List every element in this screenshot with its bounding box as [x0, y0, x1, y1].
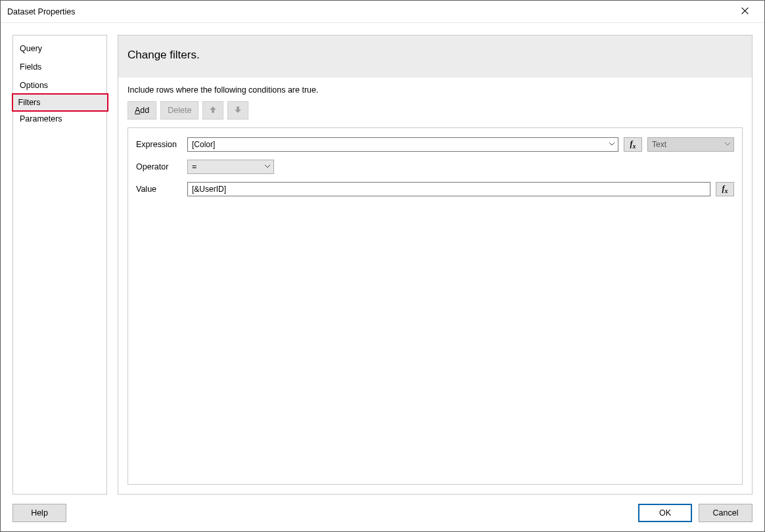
sidebar-item-label: Parameters [20, 114, 62, 123]
sidebar-item-label: Query [20, 44, 42, 53]
arrow-down-icon [234, 106, 242, 116]
value-input[interactable] [187, 182, 710, 196]
operator-row: Operator = [136, 160, 734, 174]
sidebar-item-fields[interactable]: Fields [13, 58, 106, 76]
cancel-label: Cancel [713, 508, 739, 518]
move-down-button[interactable] [227, 101, 248, 120]
expression-combo[interactable]: [Color] [187, 137, 618, 152]
datatype-value: Text [652, 140, 666, 149]
delete-button[interactable]: Delete [160, 101, 198, 120]
fx-label: fx [722, 184, 728, 194]
value-label: Value [136, 185, 182, 194]
add-button[interactable]: Add [128, 101, 156, 120]
help-button[interactable]: Help [12, 504, 66, 522]
value-fx-button[interactable]: fx [716, 182, 734, 196]
cancel-button[interactable]: Cancel [699, 504, 753, 522]
datatype-combo[interactable]: Text [647, 137, 734, 152]
chevron-down-icon [609, 140, 615, 149]
filter-form-panel: Expression [Color] fx Text [128, 127, 743, 485]
expression-value: [Color] [192, 140, 215, 149]
sidebar-item-label: Options [20, 81, 48, 90]
sidebar-item-label: Filters [18, 98, 41, 107]
content-heading: Change filters. [118, 35, 752, 78]
main-row: Query Fields Options Filters Parameters … [12, 35, 753, 495]
sidebar-item-parameters[interactable]: Parameters [13, 110, 106, 128]
title-bar: Dataset Properties [1, 1, 764, 23]
content-body: Include rows where the following conditi… [118, 78, 752, 494]
expression-label: Expression [136, 140, 182, 149]
sidebar-item-query[interactable]: Query [13, 39, 106, 58]
dialog-window: Dataset Properties Query Fields Options … [0, 0, 765, 532]
value-row: Value fx [136, 182, 734, 196]
expression-fx-button[interactable]: fx [624, 137, 642, 152]
chevron-down-icon [724, 140, 731, 149]
instruction-text: Include rows where the following conditi… [128, 85, 743, 95]
expression-row: Expression [Color] fx Text [136, 137, 734, 152]
move-up-button[interactable] [202, 101, 223, 120]
sidebar-item-options[interactable]: Options [13, 76, 106, 95]
ok-label: OK [659, 508, 671, 518]
help-label: Help [31, 508, 48, 518]
sidebar-item-filters[interactable]: Filters [12, 93, 108, 112]
delete-label: Delete [168, 106, 191, 115]
sidebar: Query Fields Options Filters Parameters [12, 35, 107, 495]
ok-button[interactable]: OK [638, 504, 692, 522]
dialog-body: Query Fields Options Filters Parameters … [1, 23, 764, 531]
operator-label: Operator [136, 162, 182, 171]
fx-label: fx [630, 139, 636, 150]
operator-value: = [192, 162, 197, 171]
dialog-footer: Help OK Cancel [12, 495, 753, 522]
sidebar-item-label: Fields [20, 62, 41, 72]
close-button[interactable] [730, 2, 759, 22]
filter-toolbar: Add Delete [128, 101, 743, 120]
operator-combo[interactable]: = [187, 160, 274, 174]
arrow-up-icon [209, 106, 217, 116]
content-panel: Change filters. Include rows where the f… [118, 35, 753, 495]
close-icon [741, 7, 749, 16]
chevron-down-icon [264, 162, 271, 171]
window-title: Dataset Properties [6, 7, 730, 16]
